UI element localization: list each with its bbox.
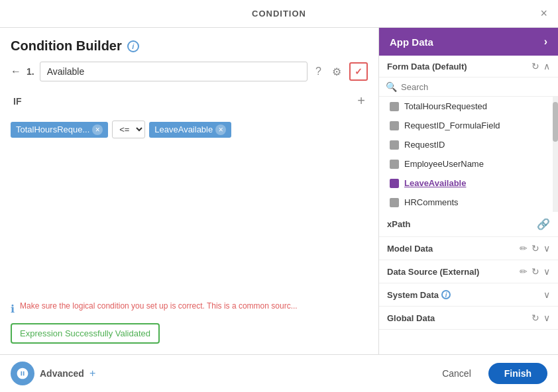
global-data-row[interactable]: Global Data ↻ ∨ [379,307,558,330]
item-label-highlighted: LeaveAvailable [404,178,466,188]
warning-icon: ℹ [11,303,15,315]
xpath-row: xPath 🔗 [379,212,558,237]
item-icon [390,140,399,150]
datasource-actions: ✏ ↻ ∨ [520,266,550,277]
collapse-global-button[interactable]: ∨ [543,313,550,323]
data-list-container: TotalHoursRequested RequestID_FormulaFie… [379,97,558,212]
modal-container: CONDITION × Condition Builder i ← 1. ? ⚙… [0,0,558,392]
condition-number: 1. [27,66,34,77]
system-data-info-icon[interactable]: i [441,290,451,299]
app-data-title: App Data [390,36,433,48]
datasource-label: Data Source (External) [387,267,479,277]
item-icon [390,198,399,207]
tag2-label: LeaveAvailable [154,124,213,134]
modal-body: Condition Builder i ← 1. ? ⚙ ✓ IF + [0,28,558,354]
list-item-highlighted[interactable]: LeaveAvailable [379,173,553,193]
modal-title: CONDITION [252,9,306,19]
item-label: RequestID [404,140,445,150]
finish-button[interactable]: Finish [488,363,547,384]
section-title: Condition Builder [11,38,122,54]
settings-button[interactable]: ⚙ [329,64,344,79]
edit-model-button[interactable]: ✏ [520,243,528,254]
warning-text: Make sure the logical condition you set … [20,301,298,311]
filter-row: TotalHoursReque... × <= LeaveAvailable × [11,121,368,138]
model-data-row[interactable]: Model Data ✏ ↻ ∨ [379,237,558,260]
footer-buttons: Cancel Finish [431,363,547,384]
item-icon [390,160,399,169]
datasource-row[interactable]: Data Source (External) ✏ ↻ ∨ [379,260,558,283]
advanced-label[interactable]: Advanced [40,368,84,379]
list-item[interactable]: TotalHoursRequested [379,97,553,116]
global-data-actions: ↻ ∨ [531,313,550,323]
item-icon [390,102,399,111]
section-header: Condition Builder i [11,38,368,54]
list-item[interactable]: RequestID [379,135,553,154]
modal-footer: Advanced + Cancel Finish [0,354,558,392]
validate-button[interactable]: ✓ [349,62,368,81]
app-data-arrow[interactable]: › [544,36,547,48]
form-data-label: Form Data (Default) [387,62,467,72]
data-list: TotalHoursRequested RequestID_FormulaFie… [379,97,553,212]
left-panel: Condition Builder i ← 1. ? ⚙ ✓ IF + [0,28,379,354]
search-row: 🔍 [379,77,558,97]
item-label: EmployeeUserName [404,159,484,169]
close-button[interactable]: × [541,7,548,21]
check-icon: ✓ [355,66,363,77]
list-item[interactable]: EmployeeUserName [379,154,553,173]
refresh-button-form[interactable]: ↻ [531,61,539,72]
question-button[interactable]: ? [313,64,324,79]
form-data-actions: ↻ ∧ [531,61,550,72]
condition-name-input[interactable] [40,62,307,81]
warning-row: ℹ Make sure the logical condition you se… [11,296,368,315]
right-panel: App Data › Form Data (Default) ↻ ∧ 🔍 [379,28,558,354]
refresh-datasource-button[interactable]: ↻ [531,266,539,277]
advanced-plus[interactable]: + [89,368,95,379]
list-item[interactable]: RequestID_FormulaField [379,116,553,135]
cancel-button[interactable]: Cancel [431,363,482,384]
model-data-label: Model Data [387,244,433,254]
tag1-label: TotalHoursReque... [16,124,89,134]
add-condition-button[interactable]: + [357,93,365,109]
system-data-row[interactable]: System Data i ∨ [379,283,558,307]
list-item[interactable]: HRComments [379,193,553,212]
xpath-label: xPath [387,219,410,229]
spacer [11,146,368,288]
modal-header: CONDITION × [0,0,558,28]
modal-title-spacer2: × [306,7,547,21]
advanced-icon-button[interactable] [11,362,34,385]
item-icon [390,121,399,130]
operator-select[interactable]: <= [112,121,145,138]
if-label: IF [13,96,21,107]
model-data-actions: ✏ ↻ ∨ [520,243,550,254]
collapse-system-button[interactable]: ∨ [543,289,550,300]
form-data-row: Form Data (Default) ↻ ∧ [379,56,558,77]
edit-datasource-button[interactable]: ✏ [520,266,528,277]
search-icon: 🔍 [386,81,397,92]
advanced-area: Advanced + [11,362,95,385]
refresh-model-button[interactable]: ↻ [531,243,539,254]
scrollbar-thumb[interactable] [553,102,558,142]
advanced-svg-icon [16,367,29,380]
validated-badge: Expression Successfully Validated [11,323,160,344]
global-data-label: Global Data [387,313,435,323]
info-icon[interactable]: i [127,40,139,52]
system-data-label: System Data i [387,290,451,300]
refresh-global-button[interactable]: ↻ [531,313,539,323]
item-icon-purple [390,179,399,188]
tag1-remove[interactable]: × [92,124,103,135]
search-input[interactable] [401,82,551,92]
item-label: HRComments [404,197,459,207]
collapse-datasource-button[interactable]: ∨ [543,266,550,277]
link-icon[interactable]: 🔗 [537,218,550,230]
collapse-button-form[interactable]: ∧ [543,61,550,72]
tag-pill-1[interactable]: TotalHoursReque... × [11,122,108,138]
collapse-model-button[interactable]: ∨ [543,243,550,254]
app-data-header: App Data › [379,28,558,56]
scrollbar[interactable] [553,97,558,212]
tag-pill-2[interactable]: LeaveAvailable × [149,122,231,138]
condition-row: ← 1. ? ⚙ ✓ [11,62,368,81]
back-button[interactable]: ← [11,66,21,77]
tag2-remove[interactable]: × [215,124,226,135]
item-label: TotalHoursRequested [404,101,487,111]
item-label: RequestID_FormulaField [404,121,500,130]
